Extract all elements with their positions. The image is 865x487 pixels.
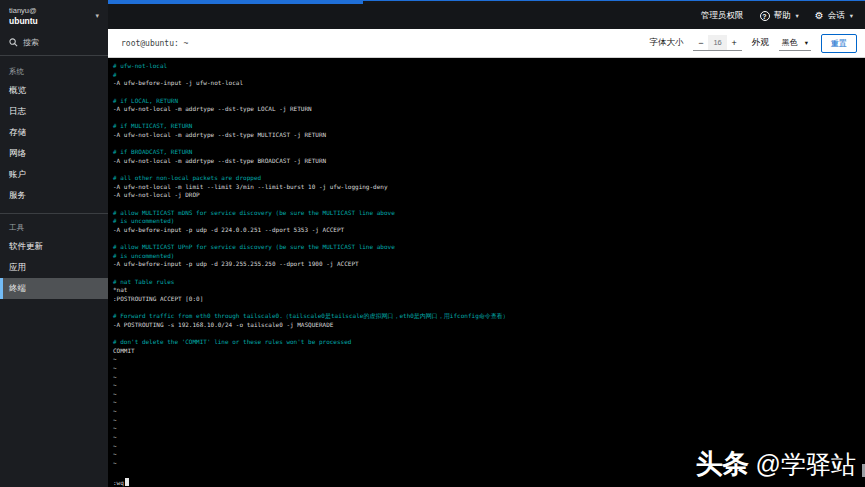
terminal-line [113,114,865,123]
terminal-line: ~ [113,416,865,425]
font-size-stepper: − 16 + [693,35,741,51]
sidebar-item-networking[interactable]: 网络 [0,143,108,164]
terminal-line: # is uncommented) [113,252,865,261]
terminal-line: -A ufw-before-input -p udp -d 224.0.0.25… [113,226,865,235]
app-window: tianyu@ ubuntu ▾ 搜索 系统概览日志存储网络账户服务工具软件更新… [0,0,865,487]
chevron-down-icon: ▾ [95,12,99,20]
admin-privileges-label: 管理员权限 [701,10,744,22]
host-name: ubuntu [9,16,38,26]
search-icon [9,38,18,47]
terminal-line: :POSTROUTING ACCEPT [0:0] [113,295,865,304]
terminal-line: COMMIT [113,347,865,356]
search-input[interactable]: 搜索 [0,29,108,55]
sidebar-item-overview[interactable]: 概览 [0,80,108,101]
terminal-line: # is uncommented) [113,217,865,226]
reset-button[interactable]: 重置 [821,34,857,53]
sidebar-item-storage[interactable]: 存储 [0,122,108,143]
terminal-line [113,329,865,338]
terminal-line: # allow MULTICAST mDNS for service disco… [113,209,865,218]
chevron-down-icon: ▾ [805,39,808,47]
main-area: 管理员权限 ? 帮助 ▾ ⚙ 会话 ▾ root@ubuntu: ~ 字体大小 … [108,0,865,487]
terminal-line: # if MULTICAST, RETURN [113,122,865,131]
terminal-line: -A ufw-before-input -j ufw-not-local [113,79,865,88]
terminal-line: ~ [113,355,865,364]
appearance-select[interactable]: 黑色 ▾ [779,35,811,51]
terminal-controls: 字体大小 − 16 + 外观 黑色 ▾ 重置 [649,34,857,53]
help-menu-button[interactable]: ? 帮助 ▾ [760,10,799,22]
font-size-increase-button[interactable]: + [727,35,742,50]
terminal-line: ~ [113,381,865,390]
sidebar-item-logs[interactable]: 日志 [0,101,108,122]
session-label: 会话 [828,10,845,22]
terminal-line: ~ [113,407,865,416]
appearance-label: 外观 [752,37,769,49]
terminal-line: ~ [113,373,865,382]
sidebar-nav: 系统概览日志存储网络账户服务工具软件更新应用终端 [0,56,108,487]
font-size-value: 16 [708,35,726,50]
terminal-line [113,235,865,244]
terminal-line: # Forward traffic from eth0 through tail… [113,312,865,321]
help-label: 帮助 [774,10,791,22]
terminal-line: -A ufw-not-local -m addrtype --dst-type … [113,157,865,166]
terminal-line [113,269,865,278]
terminal-line: -A ufw-before-input -p udp -d 239.255.25… [113,260,865,269]
terminal-line: -A ufw-not-local -m limit --limit 3/min … [113,183,865,192]
terminal-line: -A ufw-not-local -m addrtype --dst-type … [113,105,865,114]
sidebar-item-software-updates[interactable]: 软件更新 [0,236,108,257]
gear-icon: ⚙ [815,11,824,21]
vi-command-text: :wq [113,479,124,486]
terminal-cursor [125,478,129,486]
masthead: 管理员权限 ? 帮助 ▾ ⚙ 会话 ▾ [108,3,865,29]
terminal-line: # [113,71,865,80]
terminal-line: ~ [113,390,865,399]
terminal-line [113,304,865,313]
watermark: 头条 @学驿站 [696,446,856,482]
chevron-down-icon: ▾ [850,12,853,20]
host-switcher-labels: tianyu@ ubuntu [9,6,38,26]
sidebar-item-accounts[interactable]: 账户 [0,164,108,185]
terminal-line: # don't delete the 'COMMIT' line or thes… [113,338,865,347]
help-icon: ? [760,11,770,21]
search-label: 搜索 [23,37,39,48]
terminal-line [113,88,865,97]
terminal-line: -A ufw-not-local -m addrtype --dst-type … [113,131,865,140]
terminal-line: ~ [113,364,865,373]
terminal-toolbar: root@ubuntu: ~ 字体大小 − 16 + 外观 黑色 ▾ 重置 [108,29,865,58]
terminal-line: # if LOCAL, RETURN [113,97,865,106]
terminal-line: -A ufw-not-local -j DROP [113,191,865,200]
terminal-line: # all other non-local packets are droppe… [113,174,865,183]
watermark-handle: @学驿站 [756,448,856,481]
sidebar-item-applications[interactable]: 应用 [0,257,108,278]
terminal-line: -A POSTROUTING -s 192.168.10.0/24 -o tai… [113,321,865,330]
nav-section-label-system: 系统 [0,58,108,80]
font-size-label: 字体大小 [649,37,683,49]
terminal-line: *nat [113,286,865,295]
terminal-line: ~ [113,433,865,442]
nav-section-label-tools: 工具 [0,214,108,236]
terminal-line [113,140,865,149]
terminal-line: # if BROADCAST, RETURN [113,148,865,157]
sidebar: tianyu@ ubuntu ▾ 搜索 系统概览日志存储网络账户服务工具软件更新… [0,0,108,487]
watermark-brand: 头条 [696,446,749,482]
terminal-line: ~ [113,398,865,407]
host-switcher[interactable]: tianyu@ ubuntu ▾ [0,0,108,29]
sidebar-item-terminal[interactable]: 终端 [0,278,108,299]
admin-privileges-button[interactable]: 管理员权限 [701,10,744,22]
appearance-value: 黑色 [782,37,798,48]
chevron-down-icon: ▾ [796,12,799,20]
terminal-line [113,200,865,209]
font-size-decrease-button[interactable]: − [693,35,708,50]
terminal-line: ~ [113,424,865,433]
terminal-screen[interactable]: # ufw-not-local#-A ufw-before-input -j u… [108,58,865,487]
terminal-line: # allow MULTICAST UPnP for service disco… [113,243,865,252]
browser-tab-accent-segment [108,0,363,4]
session-menu-button[interactable]: ⚙ 会话 ▾ [815,10,853,22]
terminal-line: # nat Table rules [113,278,865,287]
terminal-line [113,166,865,175]
sidebar-item-services[interactable]: 服务 [0,185,108,206]
terminal-line: # ufw-not-local [113,62,865,71]
user-name: tianyu@ [9,6,38,16]
browser-tab-accent [108,0,865,3]
vi-command-line: :wq [113,478,129,486]
terminal-buffer: # ufw-not-local#-A ufw-before-input -j u… [113,62,865,467]
